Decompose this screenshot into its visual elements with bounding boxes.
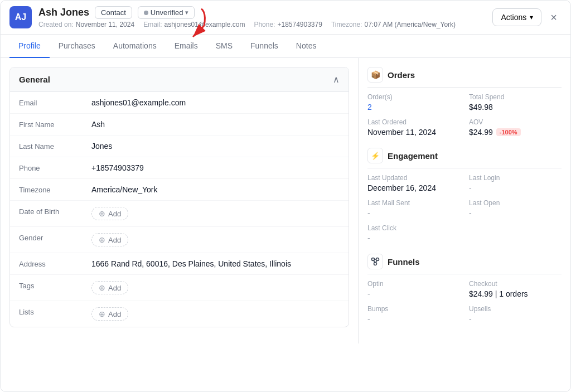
header-email: ashjones01@example.com: [164, 21, 245, 28]
stat-last-login: Last Login -: [469, 174, 562, 192]
plus-icon: ⊕: [99, 209, 105, 218]
chevron-down-icon: ▾: [530, 13, 533, 21]
stat-last-updated: Last Updated December 16, 2024: [367, 174, 460, 192]
tab-purchases[interactable]: Purchases: [50, 35, 104, 58]
contact-header: AJ Ash Jones Contact Unverified ▾ Create…: [1, 1, 570, 35]
stat-last-open: Last Open -: [469, 199, 562, 217]
engagement-title: Engagement: [388, 151, 438, 161]
tab-automations[interactable]: Automations: [104, 35, 166, 58]
field-label-phone: Phone: [19, 163, 91, 172]
unverified-badge[interactable]: Unverified ▾: [138, 6, 195, 19]
last-updated-label: Last Updated: [367, 174, 460, 182]
upsells-value: -: [469, 314, 562, 323]
field-timezone: Timezone America/New_York: [10, 179, 349, 201]
field-gender: Gender ⊕ Add: [10, 227, 349, 253]
orders-count-label: Order(s): [367, 93, 460, 101]
tab-profile[interactable]: Profile: [9, 35, 50, 58]
stat-upsells: Upsells -: [469, 305, 562, 323]
last-mail-sent-label: Last Mail Sent: [367, 199, 460, 207]
field-phone: Phone +18574903379: [10, 157, 349, 179]
funnels-header: Funnels: [367, 254, 562, 274]
add-lists-label: Add: [108, 310, 121, 318]
stat-orders-count: Order(s) 2: [367, 93, 460, 112]
last-click-value: -: [367, 234, 460, 243]
orders-stats: Order(s) 2 Total Spend $49.98 Last Order…: [367, 93, 562, 137]
add-tags-button[interactable]: ⊕ Add: [91, 281, 128, 294]
field-value-firstname: Ash: [91, 120, 340, 129]
total-spend-value: $49.98: [469, 103, 562, 112]
created-date: November 11, 2024: [76, 21, 134, 28]
engagement-header: ⚡ Engagement: [367, 148, 562, 168]
plus-icon: ⊕: [99, 235, 105, 244]
field-label-timezone: Timezone: [19, 185, 91, 194]
funnels-section: Funnels Optin - Checkout $24.99 | 1 orde…: [367, 254, 562, 323]
last-updated-value: December 16, 2024: [367, 183, 460, 192]
contact-button[interactable]: Contact: [95, 6, 132, 19]
field-value-lastname: Jones: [91, 142, 340, 151]
field-value-address: 1666 Rand Rd, 60016, Des Plaines, United…: [91, 259, 340, 268]
tab-notes[interactable]: Notes: [287, 35, 326, 58]
checkout-label: Checkout: [469, 280, 562, 288]
field-value-email: ashjones01@example.com: [91, 98, 340, 107]
field-label-firstname: First Name: [19, 120, 91, 129]
main-content: General ∧ Email ashjones01@example.com F…: [1, 58, 570, 343]
orders-count-value[interactable]: 2: [367, 103, 460, 112]
field-address: Address 1666 Rand Rd, 60016, Des Plaines…: [10, 253, 349, 275]
field-label-email: Email: [19, 98, 91, 107]
field-tags: Tags ⊕ Add: [10, 275, 349, 301]
orders-title: Orders: [388, 70, 415, 80]
field-lists: Lists ⊕ Add: [10, 301, 349, 327]
add-dob-label: Add: [108, 210, 121, 218]
last-mail-sent-value: -: [367, 209, 460, 217]
stat-last-mail-sent: Last Mail Sent -: [367, 199, 460, 217]
orders-icon: 📦: [367, 67, 383, 83]
plus-icon: ⊕: [99, 283, 105, 292]
header-info: Ash Jones Contact Unverified ▾ Created o…: [38, 6, 486, 28]
aov-value: $24.99: [469, 128, 493, 137]
last-open-label: Last Open: [469, 199, 562, 207]
tab-emails[interactable]: Emails: [166, 35, 207, 58]
optin-value: -: [367, 289, 460, 298]
contact-name: Ash Jones: [38, 7, 89, 18]
svg-point-3: [374, 263, 377, 265]
field-value-timezone: America/New_York: [91, 185, 340, 194]
general-title: General: [19, 75, 50, 84]
chevron-up-icon[interactable]: ∧: [333, 74, 340, 85]
header-timezone: 07:07 AM (America/New_York): [364, 21, 456, 28]
tab-sms[interactable]: SMS: [207, 35, 241, 58]
header-actions: Actions ▾ ×: [492, 8, 562, 26]
add-dob-button[interactable]: ⊕ Add: [91, 207, 128, 220]
stat-last-ordered: Last Ordered November 11, 2024: [367, 118, 460, 137]
actions-button[interactable]: Actions ▾: [492, 8, 541, 26]
add-tags-label: Add: [108, 284, 121, 292]
orders-section: 📦 Orders Order(s) 2 Total Spend $49.98 L…: [367, 67, 562, 137]
plus-icon: ⊕: [99, 309, 105, 318]
field-lastname: Last Name Jones: [10, 135, 349, 157]
add-gender-label: Add: [108, 236, 121, 244]
add-gender-button[interactable]: ⊕ Add: [91, 233, 128, 246]
last-login-label: Last Login: [469, 174, 562, 182]
add-lists-button[interactable]: ⊕ Add: [91, 307, 128, 321]
svg-line-5: [374, 260, 375, 263]
created-label: Created on:: [38, 21, 74, 28]
field-label-dob: Date of Birth: [19, 207, 91, 216]
aov-row: $24.99 -100%: [469, 128, 562, 137]
stat-aov: AOV $24.99 -100%: [469, 118, 562, 137]
email-label: Email:: [143, 21, 162, 28]
field-email: Email ashjones01@example.com: [10, 92, 349, 114]
right-panel: 📦 Orders Order(s) 2 Total Spend $49.98 L…: [359, 58, 570, 343]
last-click-label: Last Click: [367, 224, 460, 232]
svg-point-2: [376, 258, 379, 261]
svg-point-1: [372, 258, 375, 261]
optin-label: Optin: [367, 280, 460, 288]
stat-checkout: Checkout $24.99 | 1 orders: [469, 280, 562, 298]
tab-funnels[interactable]: Funnels: [241, 35, 287, 58]
actions-label: Actions: [501, 13, 526, 22]
field-dob: Date of Birth ⊕ Add: [10, 201, 349, 227]
nav-tabs: Profile Purchases Automations Emails SMS…: [1, 35, 570, 58]
svg-line-6: [376, 260, 378, 263]
upsells-label: Upsells: [469, 305, 562, 313]
close-button[interactable]: ×: [546, 9, 562, 26]
field-label-lastname: Last Name: [19, 142, 91, 151]
aov-badge: -100%: [496, 128, 521, 136]
